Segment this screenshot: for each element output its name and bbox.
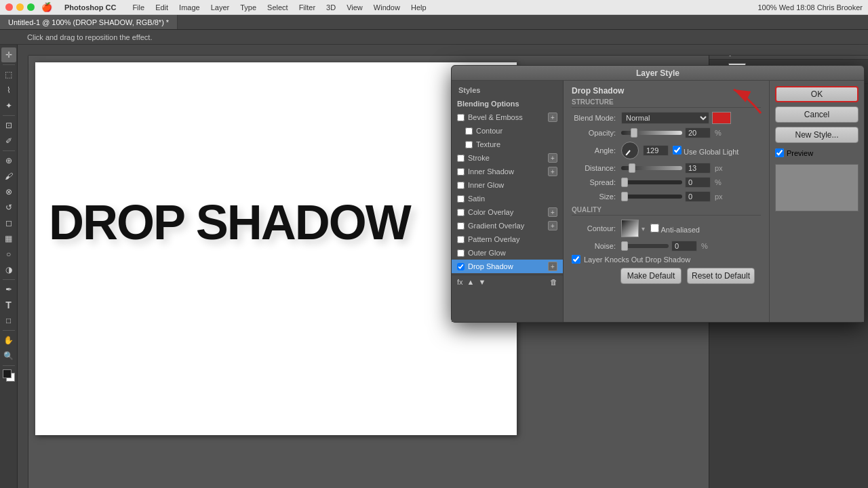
menu-help[interactable]: Help: [407, 2, 431, 13]
menu-window[interactable]: Window: [370, 2, 404, 13]
contour-preview[interactable]: [621, 220, 639, 237]
color-picker[interactable]: [3, 369, 15, 382]
contour-checkbox[interactable]: [465, 127, 473, 135]
size-slider-track[interactable]: [621, 195, 682, 199]
maximize-button[interactable]: [27, 3, 35, 11]
reset-to-default-button[interactable]: Reset to Default: [687, 268, 755, 284]
drop-shadow-checkbox[interactable]: [457, 263, 465, 270]
eyedropper-tool[interactable]: ✐: [1, 134, 16, 148]
blending-options-item[interactable]: Blending Options: [452, 97, 563, 110]
contour-dropdown-btn[interactable]: ▾: [642, 225, 645, 232]
gradient-overlay-add[interactable]: +: [548, 221, 557, 230]
make-default-button[interactable]: Make Default: [620, 268, 682, 284]
distance-slider-track[interactable]: [621, 166, 682, 170]
pen-tool[interactable]: ✒: [1, 282, 16, 297]
fx-delete-btn[interactable]: 🗑: [550, 278, 557, 286]
style-satin[interactable]: Satin: [452, 192, 563, 205]
menu-view[interactable]: View: [342, 2, 367, 13]
doc-tab[interactable]: Untitled-1 @ 100% (DROP SHADOW, RGB/8*) …: [0, 15, 178, 29]
history-tool[interactable]: ↺: [1, 200, 16, 215]
menu-3d[interactable]: 3D: [322, 2, 340, 13]
menu-edit[interactable]: Edit: [151, 2, 172, 13]
blend-mode-select[interactable]: Normal Multiply Screen Overlay: [621, 112, 709, 124]
zoom-tool[interactable]: 🔍: [1, 348, 16, 363]
distance-input[interactable]: [685, 163, 711, 174]
brush-tool[interactable]: 🖌: [1, 169, 16, 184]
fx-up-btn[interactable]: ▲: [467, 278, 475, 286]
spread-input[interactable]: [685, 177, 711, 188]
eraser-tool[interactable]: ◻: [1, 216, 16, 230]
style-contour[interactable]: Contour: [452, 124, 563, 138]
quick-select-tool[interactable]: ✦: [1, 98, 16, 113]
shadow-color-swatch[interactable]: [712, 112, 731, 124]
menu-type[interactable]: Type: [236, 2, 260, 13]
app-name[interactable]: Photoshop CC: [60, 2, 120, 13]
style-gradient-overlay[interactable]: Gradient Overlay +: [452, 219, 563, 232]
preview-checkbox[interactable]: [775, 148, 784, 157]
opacity-input[interactable]: [685, 127, 711, 138]
type-tool[interactable]: T: [1, 298, 16, 312]
menu-select[interactable]: Select: [263, 2, 292, 13]
hand-tool[interactable]: ✋: [1, 333, 16, 348]
opacity-slider-thumb[interactable]: [631, 128, 637, 138]
style-stroke[interactable]: Stroke +: [452, 151, 563, 165]
cancel-button[interactable]: Cancel: [775, 106, 859, 123]
new-style-button[interactable]: New Style...: [775, 127, 859, 143]
minimize-button[interactable]: [16, 3, 24, 11]
style-texture[interactable]: Texture: [452, 138, 563, 151]
pattern-overlay-checkbox[interactable]: [457, 236, 465, 243]
crop-tool[interactable]: ⊡: [1, 118, 16, 133]
outer-glow-checkbox[interactable]: [457, 249, 465, 257]
spread-slider-track[interactable]: [621, 180, 682, 184]
canvas-document[interactable]: DROP SHADOW: [35, 62, 517, 435]
bevel-emboss-add[interactable]: +: [548, 113, 557, 122]
inner-shadow-checkbox[interactable]: [457, 168, 465, 176]
color-overlay-checkbox[interactable]: [457, 209, 465, 216]
size-input[interactable]: [685, 191, 711, 202]
distance-slider-thumb[interactable]: [629, 163, 635, 173]
style-inner-glow[interactable]: Inner Glow: [452, 178, 563, 192]
style-color-overlay[interactable]: Color Overlay +: [452, 205, 563, 219]
lasso-tool[interactable]: ⌇: [1, 83, 16, 98]
menu-filter[interactable]: Filter: [295, 2, 319, 13]
stamp-tool[interactable]: ⊗: [1, 184, 16, 199]
marquee-tool[interactable]: ⬚: [1, 67, 16, 82]
style-bevel-emboss[interactable]: Bevel & Emboss +: [452, 110, 563, 124]
ok-button[interactable]: OK: [775, 86, 859, 102]
move-tool[interactable]: ✛: [1, 47, 16, 62]
bevel-emboss-checkbox[interactable]: [457, 114, 465, 121]
noise-slider-track[interactable]: [621, 244, 669, 248]
use-global-light-checkbox[interactable]: [673, 146, 682, 155]
blur-tool[interactable]: ○: [1, 247, 16, 262]
drop-shadow-add[interactable]: +: [548, 262, 557, 271]
gradient-overlay-checkbox[interactable]: [457, 222, 465, 230]
style-drop-shadow[interactable]: Drop Shadow +: [452, 260, 563, 273]
foreground-color[interactable]: [3, 369, 12, 378]
fx-down-btn[interactable]: ▼: [478, 278, 486, 286]
anti-aliased-checkbox[interactable]: [650, 224, 659, 232]
menu-file[interactable]: File: [128, 2, 149, 13]
texture-checkbox[interactable]: [465, 141, 473, 148]
shape-tool[interactable]: □: [1, 313, 16, 328]
stroke-add[interactable]: +: [548, 153, 557, 163]
angle-input[interactable]: [643, 145, 669, 156]
noise-slider-thumb[interactable]: [621, 241, 628, 251]
color-overlay-add[interactable]: +: [548, 207, 557, 217]
satin-checkbox[interactable]: [457, 195, 465, 203]
layer-knocks-out-checkbox[interactable]: [572, 255, 580, 264]
spread-slider-thumb[interactable]: [621, 178, 628, 187]
angle-dial[interactable]: [621, 142, 639, 159]
stroke-checkbox[interactable]: [457, 155, 465, 162]
menu-layer[interactable]: Layer: [207, 2, 234, 13]
menu-image[interactable]: Image: [175, 2, 204, 13]
style-inner-shadow[interactable]: Inner Shadow +: [452, 165, 563, 178]
dodge-tool[interactable]: ◑: [1, 262, 16, 277]
inner-glow-checkbox[interactable]: [457, 182, 465, 189]
close-button[interactable]: [5, 3, 13, 11]
healing-tool[interactable]: ⊕: [1, 153, 16, 168]
gradient-tool[interactable]: ▦: [1, 231, 16, 246]
opacity-slider-track[interactable]: [621, 131, 682, 135]
noise-input[interactable]: [671, 241, 697, 251]
style-outer-glow[interactable]: Outer Glow: [452, 246, 563, 260]
size-slider-thumb[interactable]: [621, 192, 628, 201]
